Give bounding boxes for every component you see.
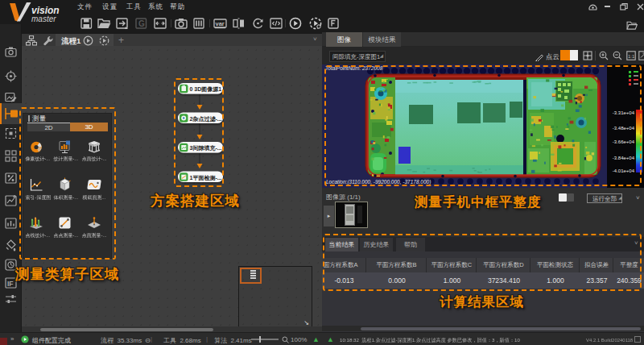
svg-text:2杂点过滤-...: 2杂点过滤-... — [190, 116, 222, 123]
svg-text:3间隙填充-...: 3间隙填充-... — [190, 144, 222, 152]
svg-text:-3.66e+04: -3.66e+04 — [613, 139, 635, 144]
svg-text:master: master — [31, 15, 56, 23]
svg-text:-3.84e+04: -3.84e+04 — [613, 156, 635, 160]
svg-text:IF: IF — [7, 280, 14, 288]
svg-text:TotalPointNum: 2372008: TotalPointNum: 2372008 — [325, 65, 383, 71]
svg-text:var: var — [216, 20, 225, 27]
svg-text:1:1: 1:1 — [628, 54, 635, 59]
svg-text:G: G — [138, 19, 145, 28]
svg-text:Location:(3110.000, -99200.000: Location:(3110.000, -99200.000, -37178.0… — [326, 179, 431, 185]
svg-text:-4.01e+04: -4.01e+04 — [613, 168, 635, 173]
svg-text:-3.31e+04: -3.31e+04 — [613, 110, 635, 115]
svg-text:0 3D图像源1: 0 3D图像源1 — [190, 86, 222, 93]
svg-text:1平面检测-...: 1平面检测-... — [190, 175, 222, 181]
svg-text:-3.48e+04: -3.48e+04 — [613, 126, 635, 131]
